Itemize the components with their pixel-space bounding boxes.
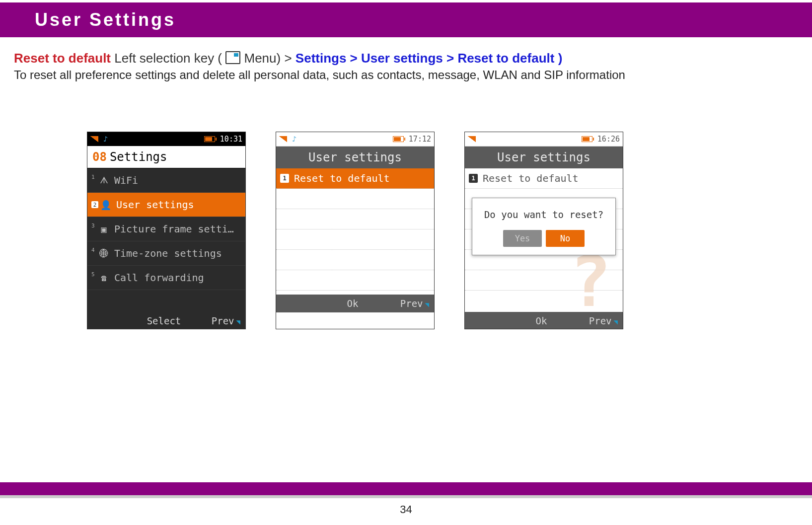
status-bar: 16:26 bbox=[465, 132, 623, 147]
screen-title: User settings bbox=[465, 147, 623, 168]
page-number: 34 bbox=[0, 503, 812, 516]
screen-user-settings: ♪ 17:12 User settings 1 Reset to default… bbox=[276, 132, 435, 329]
item-label: Reset to default bbox=[483, 172, 579, 184]
confirm-dialog: Do you want to reset? Yes No bbox=[472, 198, 616, 255]
dialog-no-button[interactable]: No bbox=[546, 230, 585, 247]
softkey-bar: Ok Prev◥ bbox=[276, 295, 434, 312]
item-label: WiFi bbox=[114, 174, 138, 186]
section-label: Settings bbox=[110, 150, 167, 164]
softkey-bar: Select Prev◥ bbox=[87, 312, 245, 329]
item-index: 3 bbox=[91, 223, 96, 229]
section-number: 08 bbox=[92, 150, 107, 164]
header-bar: User Settings bbox=[0, 2, 812, 37]
intro-desc: To reset all preference settings and del… bbox=[14, 67, 802, 83]
item-label: User settings bbox=[116, 199, 194, 211]
item-index: 4 bbox=[91, 247, 96, 253]
item-label: Picture frame setti… bbox=[114, 223, 234, 235]
list-item-call-forwarding[interactable]: 5 ☎︎ Call forwarding bbox=[87, 266, 245, 290]
softkey-prev[interactable]: Prev◥ bbox=[193, 315, 245, 326]
softkey-select[interactable]: Select bbox=[135, 315, 193, 326]
item-label: Call forwarding bbox=[114, 272, 204, 284]
softkey-prev[interactable]: Prev◥ bbox=[381, 298, 434, 309]
user-gear-icon: 👤 bbox=[100, 200, 111, 210]
section-title: 08 Settings bbox=[87, 146, 245, 168]
dialog-yes-button[interactable]: Yes bbox=[503, 230, 542, 247]
frame-icon: ▣ bbox=[98, 224, 109, 234]
list-item-reset[interactable]: 1 Reset to default bbox=[465, 168, 623, 189]
list-item-empty bbox=[87, 290, 245, 315]
list-item-user-settings[interactable]: 2 👤 User settings bbox=[87, 193, 245, 217]
signal-icon bbox=[90, 136, 98, 142]
item-index: 5 bbox=[91, 271, 96, 278]
status-bar: ♪ 17:12 bbox=[276, 132, 434, 147]
music-icon: ♪ bbox=[103, 135, 108, 144]
screen-reset-confirm: 16:26 User settings 1 Reset to default ?… bbox=[464, 132, 623, 329]
antenna-icon: ᗑ bbox=[98, 175, 109, 186]
signal-icon bbox=[468, 136, 476, 142]
list-item-reset[interactable]: 1 Reset to default bbox=[276, 168, 434, 189]
screen-title: User settings bbox=[276, 147, 434, 168]
screenshots-row: ♪ 10:31 08 Settings 1 ᗑ WiFi 2 👤 User se… bbox=[87, 132, 623, 329]
item-label: Time-zone settings bbox=[114, 247, 222, 259]
softkey-ok[interactable]: Ok bbox=[324, 298, 381, 309]
intro-nav: Settings > User settings > Reset to defa… bbox=[295, 51, 562, 66]
intro-plain1: Left selection key ( bbox=[111, 51, 225, 66]
signal-icon bbox=[279, 136, 287, 142]
list-item-picture-frame[interactable]: 3 ▣ Picture frame setti… bbox=[87, 217, 245, 241]
intro-red: Reset to default bbox=[14, 51, 111, 66]
dialog-message: Do you want to reset? bbox=[479, 209, 608, 220]
page-title: User Settings bbox=[35, 9, 176, 30]
status-bar: ♪ 10:31 bbox=[87, 132, 245, 146]
battery-icon bbox=[393, 136, 404, 142]
question-mark-icon: ? bbox=[558, 244, 623, 319]
footer-shadow bbox=[0, 495, 812, 498]
phone-icon: ☎︎ bbox=[98, 273, 109, 283]
dialog-area: ? Do you want to reset? Yes No bbox=[465, 189, 623, 312]
item-index: 1 bbox=[280, 174, 289, 183]
item-index: 1 bbox=[91, 174, 96, 180]
globe-icon: 🌐︎ bbox=[98, 248, 109, 259]
prev-arrow-icon: ◥ bbox=[236, 318, 240, 326]
settings-list: 1 ᗑ WiFi 2 👤 User settings 3 ▣ Picture f… bbox=[87, 168, 245, 312]
battery-icon bbox=[582, 136, 592, 142]
intro-block: Reset to default Left selection key ( Me… bbox=[14, 50, 802, 83]
clock: 10:31 bbox=[220, 135, 242, 144]
screen-settings-list: ♪ 10:31 08 Settings 1 ᗑ WiFi 2 👤 User se… bbox=[87, 132, 246, 329]
prev-arrow-icon: ◥ bbox=[425, 300, 429, 308]
item-index: 1 bbox=[469, 174, 478, 183]
prev-arrow-icon: ◥ bbox=[614, 318, 618, 326]
clock: 16:26 bbox=[597, 135, 620, 144]
item-label: Reset to default bbox=[294, 172, 390, 184]
music-icon: ♪ bbox=[292, 135, 296, 144]
battery-icon bbox=[204, 136, 215, 142]
footer-bar bbox=[0, 482, 812, 495]
menu-icon bbox=[225, 51, 240, 64]
intro-plain2: Menu) > bbox=[240, 51, 295, 66]
item-index: 2 bbox=[91, 201, 98, 208]
list-item-wifi[interactable]: 1 ᗑ WiFi bbox=[87, 168, 245, 193]
list-item-timezone[interactable]: 4 🌐︎ Time-zone settings bbox=[87, 241, 245, 266]
empty-list-area bbox=[276, 189, 434, 295]
clock: 17:12 bbox=[409, 135, 431, 144]
